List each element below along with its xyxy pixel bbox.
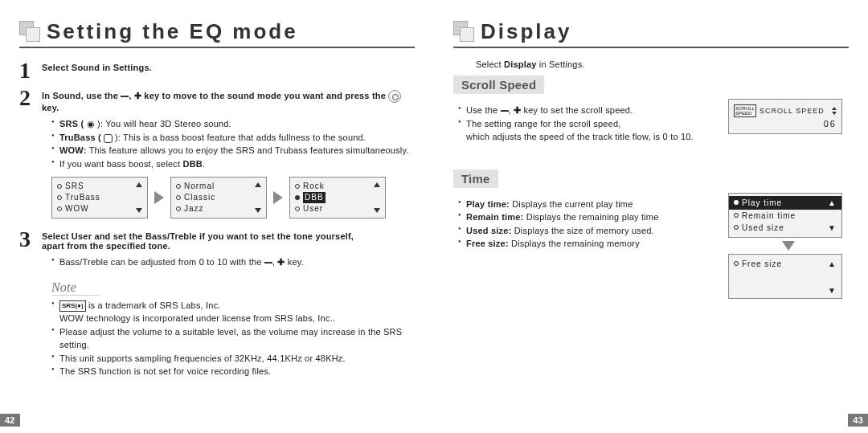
step-1-text: Select Sound in Settings. [42,63,152,72]
step-2: 2 In Sound, use the , ✚ key to move to t… [19,87,415,112]
step-3-line2: apart from the specified tone. [42,241,170,251]
time-b1-text: Displays the current play time [510,199,633,209]
scroll-lcd-label: SCROLL SPEED [760,107,825,115]
time-b4-text: Displays the remaining memory [509,239,640,248]
wow-label: WOW: [59,145,87,155]
note-label: Note [51,280,100,296]
time-b3-text: Displays the size of memory used. [511,226,653,235]
select-key-icon [388,90,401,103]
page-number-left: 42 [0,414,20,427]
step-number: 1 [19,59,42,82]
plus-key-icon: ✚ [277,257,285,267]
step-2-part-a: In Sound, use the [42,91,121,100]
note-1a: is a trademark of SRS Labs, Inc. [88,300,221,310]
step-number: 3 [19,228,42,251]
eq2-r2: Classic [184,192,215,203]
intro-c: in Settings. [539,59,585,69]
step-number: 2 [19,87,42,112]
srs-logo-icon: SRS(●) [59,300,86,312]
scroll-lcd-value: 06 [734,119,837,129]
intro-a: Select [476,59,504,69]
scroll-b1b: key to set the scroll speed. [524,105,633,115]
scroll-speed-lcd: SCROLLSPEED SCROLL SPEED 06 [728,99,842,134]
page-title: Setting the EQ mode [47,21,298,45]
page-43: Display Select Display in Settings. Scro… [434,0,868,433]
scroll-speed-section: Use the , ✚ key to set the scroll speed.… [453,99,849,149]
eq3-r1: Rock [303,181,325,192]
eq1-r3: WOW [65,203,89,214]
step-3-bullet: Bass/Treble can be adjusted from 0 to 10… [59,257,264,267]
eq-mode-row: SRS TruBass WOW Normal Classic Jazz Rock… [51,177,415,219]
step-1: 1 Select Sound in Settings. [19,59,415,82]
step-2-part-b: key to move to the sound mode you want a… [144,91,388,100]
step-3: 3 Select User and set the Bass/Treble if… [19,228,415,251]
scroll-tag-icon: SCROLLSPEED [734,104,756,117]
minus-key-icon [501,110,509,112]
time-b1-label: Play time: [466,199,510,209]
eq2-r3: Jazz [184,203,204,214]
time-b2-label: Remain time: [466,212,523,222]
eq3-r3: User [303,203,323,214]
arrow-right-icon [154,191,164,204]
time-section: Play time: Displays the current play tim… [453,193,849,299]
time-b4-label: Free size: [466,239,509,248]
note-4: The SRS function is not set for voice re… [51,365,415,378]
step-3-bullets: Bass/Treble can be adjusted from 0 to 10… [51,255,415,269]
trubass-text: ): This is a bass boost feature that add… [113,133,366,142]
title-decor-icon [453,16,473,45]
time-b2-text: Displays the remaining play time [523,212,658,222]
scroll-b2: The setting range for the scroll speed, [466,119,620,129]
srs-label: SRS ( [59,119,87,129]
arrow-down-icon [782,241,795,251]
eq-lcd-1: SRS TruBass WOW [51,177,148,219]
eq2-r1: Normal [184,181,215,192]
minus-key-icon [264,262,272,263]
arrow-right-icon [273,191,283,204]
eq3-r2-selected: DBB [303,192,326,203]
srs-text: ): You will hear 3D Stereo sound. [95,119,231,129]
page-number-right: 43 [848,414,868,427]
title-bar-right: Display [453,14,849,48]
dbb-text: If you want bass boost, select [59,159,183,169]
time-lcd-r3: Used size [742,222,784,234]
scroll-speed-heading: Scroll Speed [453,76,544,94]
scroll-b2b: which adjusts the speed of the track tit… [466,132,694,141]
time-lcd-r4: Free size [742,258,782,270]
time-lcd-1: Play time▲ Remain time Used size▼ [728,193,842,238]
note-bullets: SRS(●) is a trademark of SRS Labs, Inc. … [51,299,415,378]
page-42: Setting the EQ mode 1 Select Sound in Se… [0,0,434,433]
plus-key-icon: ✚ [514,105,521,115]
display-intro: Select Display in Settings. [476,59,849,69]
time-heading: Time [453,170,498,188]
dbb-bold: DBB [183,159,203,169]
note-2: Please adjust the volume to a suitable l… [51,325,415,352]
trubass-label: TruBass ( [59,133,104,142]
intro-b: Display [504,59,537,69]
title-bar-left: Setting the EQ mode [19,14,415,48]
step-2-part-c: key. [42,103,59,112]
plus-key-icon: ✚ [134,91,141,100]
eq1-r2: TruBass [65,192,100,203]
note-3: This unit supports sampling frequencies … [51,352,415,366]
scroll-b1a: Use the [466,105,501,115]
eq-lcd-2: Normal Classic Jazz [170,177,267,219]
manual-spread: Setting the EQ mode 1 Select Sound in Se… [0,0,868,433]
wow-text: This feature allows you to enjoy the SRS… [87,145,409,155]
time-b3-label: Used size: [466,226,511,235]
srs-symbol-icon: ◉ [87,119,95,129]
step-2-bullets: SRS ( ◉ ): You will hear 3D Stereo sound… [51,117,415,170]
minus-key-icon [121,96,129,97]
page-title: Display [481,21,572,45]
time-lcd-2: Free size▲ ▼ [728,254,842,299]
step-3-line1: Select User and set the Bass/Treble if y… [42,231,354,241]
time-lcd-r2: Remain time [742,210,796,222]
trubass-symbol-icon [104,134,112,143]
eq-lcd-3: Rock DBB User [289,177,386,219]
title-decor-icon [19,16,39,45]
time-lcd-r1: Play time [742,197,782,209]
step-3-bullet-end: key. [288,257,304,267]
note-1b: WOW technology is incorporated under lic… [59,313,335,323]
eq1-r1: SRS [65,181,84,192]
